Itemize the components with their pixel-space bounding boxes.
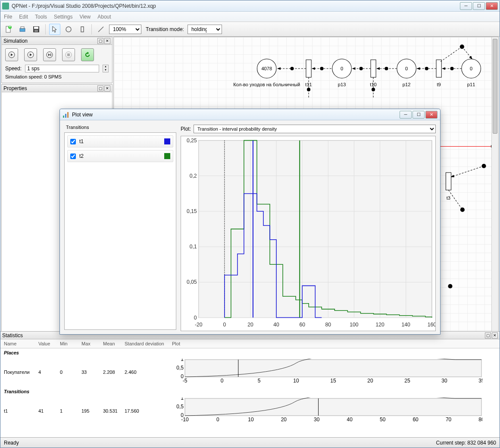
arc-tool[interactable] <box>95 24 106 35</box>
reset-button[interactable] <box>81 48 94 61</box>
svg-text:0: 0 <box>181 412 184 418</box>
transition-tool[interactable] <box>77 24 88 35</box>
panel-close-button[interactable]: ✕ <box>104 38 110 44</box>
svg-text:15: 15 <box>330 378 336 384</box>
panel-float-button[interactable]: ▢ <box>97 85 103 91</box>
plot-close-button[interactable]: ✕ <box>425 111 438 119</box>
maximize-button[interactable]: ☐ <box>473 2 485 10</box>
svg-rect-93 <box>67 112 69 118</box>
play-button[interactable] <box>24 48 37 61</box>
svg-text:p13: p13 <box>338 82 346 87</box>
statistics-panel: Statistics▢✕ Name Value Min Max Mean Sta… <box>0 331 500 437</box>
col-mean[interactable]: Mean <box>100 339 121 348</box>
play-loop-button[interactable] <box>5 48 18 61</box>
t1-color-swatch <box>164 138 170 144</box>
svg-rect-3 <box>20 28 25 31</box>
step-button[interactable] <box>43 48 56 61</box>
simulation-title: Simulation <box>3 38 28 44</box>
status-ready: Ready <box>4 440 19 446</box>
t1-checkbox[interactable] <box>70 139 76 144</box>
svg-text:70: 70 <box>446 417 452 423</box>
speed-label: Speed: <box>5 66 22 72</box>
svg-text:60: 60 <box>299 322 305 328</box>
group-places: Places <box>0 348 500 357</box>
place-tool[interactable] <box>63 24 74 35</box>
chart-area[interactable]: -2002040608010012014016000,050,10,150,20… <box>181 136 436 331</box>
col-min[interactable]: Min <box>56 339 78 348</box>
table-row[interactable]: Покупатели40332.2082.460 -50510152025303… <box>0 357 500 387</box>
t2-color-swatch <box>164 153 170 159</box>
svg-rect-6 <box>34 27 38 29</box>
svg-point-44 <box>384 67 388 70</box>
col-max[interactable]: Max <box>78 339 100 348</box>
stop-button[interactable] <box>62 48 75 61</box>
new-button[interactable]: + <box>3 24 14 35</box>
plot-window[interactable]: Plot view ─ ☐ ✕ Transitions t1 t2 <box>59 109 441 335</box>
status-step: Current step: 832 084 960 <box>436 440 496 446</box>
svg-point-8 <box>66 27 71 32</box>
transition-mode-select[interactable]: holding <box>188 25 222 34</box>
svg-text:0: 0 <box>181 373 184 379</box>
svg-text:50: 50 <box>380 417 386 423</box>
svg-text:+: + <box>8 25 11 29</box>
svg-text:0,25: 0,25 <box>187 138 197 144</box>
menu-about[interactable]: About <box>97 14 111 20</box>
svg-rect-91 <box>63 116 64 118</box>
col-plot[interactable]: Plot <box>169 339 500 348</box>
statistics-title: Statistics <box>2 332 23 338</box>
transition-item-t2[interactable]: t2 <box>67 150 173 162</box>
svg-text:p12: p12 <box>403 82 411 87</box>
plot-icon <box>62 111 69 118</box>
print-button[interactable] <box>17 24 28 35</box>
titlebar[interactable]: QPNet - F:/projs/Visual Studio 2008/Proj… <box>0 0 500 12</box>
svg-rect-31 <box>371 60 376 78</box>
panel-close-button[interactable]: ✕ <box>492 332 498 338</box>
svg-text:160: 160 <box>428 322 435 328</box>
close-button[interactable]: ✕ <box>486 2 498 10</box>
zoom-select[interactable]: 100% <box>109 25 141 34</box>
window-title: QPNet - F:/projs/Visual Studio 2008/Proj… <box>12 3 460 9</box>
menu-file[interactable]: File <box>4 14 12 20</box>
svg-point-49 <box>460 44 464 49</box>
svg-text:1: 1 <box>181 359 184 362</box>
svg-rect-16 <box>67 53 70 56</box>
menu-settings[interactable]: Settings <box>54 14 72 20</box>
svg-point-48 <box>450 67 453 70</box>
save-button[interactable] <box>31 24 42 35</box>
plot-window-title: Plot view <box>72 112 93 118</box>
svg-text:-20: -20 <box>195 322 203 328</box>
group-transitions: Transitions <box>0 387 500 396</box>
plot-maximize-button[interactable]: ☐ <box>412 111 425 119</box>
svg-point-60 <box>448 284 452 288</box>
svg-line-10 <box>98 27 103 32</box>
menu-tools[interactable]: Tools <box>35 14 47 20</box>
menu-view[interactable]: View <box>79 14 91 20</box>
table-row[interactable]: t141119530.53117.560 -100102030405060708… <box>0 396 500 426</box>
svg-text:0,1: 0,1 <box>190 244 197 250</box>
pointer-tool[interactable] <box>49 24 60 35</box>
svg-line-51 <box>462 47 472 59</box>
svg-text:t9: t9 <box>437 82 441 87</box>
col-name[interactable]: Name <box>0 339 35 348</box>
svg-line-50 <box>441 47 462 61</box>
svg-text:30: 30 <box>441 378 447 384</box>
plot-type-select[interactable]: Transition - interval probability densit… <box>194 125 436 133</box>
transition-item-t1[interactable]: t1 <box>67 135 173 147</box>
statusbar: Ready Current step: 832 084 960 <box>0 437 500 448</box>
col-value[interactable]: Value <box>35 339 56 348</box>
plot-minimize-button[interactable]: ─ <box>400 111 412 119</box>
speed-input[interactable] <box>25 65 99 72</box>
t2-checkbox[interactable] <box>70 154 76 159</box>
panel-float-button[interactable]: ▢ <box>485 332 491 338</box>
menu-edit[interactable]: Edit <box>19 14 28 20</box>
svg-text:30: 30 <box>314 417 320 423</box>
svg-rect-14 <box>50 53 51 56</box>
speed-spinner[interactable]: ▲▼ <box>103 65 109 72</box>
plot-titlebar[interactable]: Plot view ─ ☐ ✕ <box>60 109 440 120</box>
minimize-button[interactable]: ─ <box>460 2 472 10</box>
col-std[interactable]: Standard deviation <box>121 339 169 348</box>
panel-close-button[interactable]: ✕ <box>104 85 110 91</box>
svg-rect-62 <box>185 360 481 377</box>
panel-float-button[interactable]: ▢ <box>97 38 103 44</box>
svg-text:0: 0 <box>405 66 408 71</box>
